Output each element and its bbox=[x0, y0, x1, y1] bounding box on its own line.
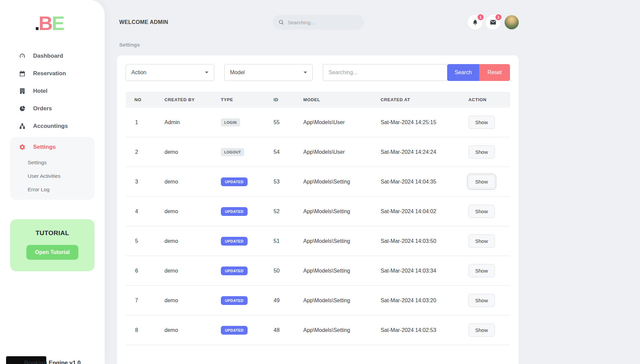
activity-table-body: 1AdminLOGIN55App\Models\UserSat-Mar-2024… bbox=[126, 108, 510, 345]
cell-created-by: demo bbox=[159, 315, 215, 345]
cell-type: UPDATED bbox=[215, 226, 268, 256]
cell-model: App\Models\Setting bbox=[298, 315, 375, 345]
filter-search-input[interactable] bbox=[323, 64, 447, 81]
column-header-id: ID bbox=[268, 92, 298, 108]
show-button[interactable]: Show bbox=[468, 264, 495, 277]
column-header-created-at: CREATED AT bbox=[375, 92, 463, 108]
filter-search-group: Search Reset bbox=[323, 64, 510, 81]
cell-no: 5 bbox=[126, 226, 159, 256]
cell-no: 4 bbox=[126, 197, 159, 226]
sidebar-subitem-user-activities[interactable]: User Activities bbox=[10, 169, 95, 183]
cell-created-by: demo bbox=[159, 286, 215, 315]
action-select-value: Action bbox=[131, 69, 146, 76]
open-tutorial-button[interactable]: Open Tutorial bbox=[26, 245, 79, 260]
sitemap-icon bbox=[19, 123, 26, 130]
cell-created-at: Sat-Mar-2024 14:25:15 bbox=[375, 108, 463, 137]
settings-group: Settings Settings User Activities Error … bbox=[10, 137, 95, 200]
notifications-button[interactable]: 1 bbox=[468, 15, 483, 30]
sidebar-item-reservation[interactable]: Reservation bbox=[0, 65, 105, 82]
show-button[interactable]: Show bbox=[468, 205, 495, 218]
cell-id: 50 bbox=[268, 256, 298, 286]
messages-button[interactable]: 1 bbox=[486, 15, 501, 30]
cell-id: 51 bbox=[268, 226, 298, 256]
global-search-input[interactable] bbox=[288, 20, 359, 25]
filter-bar: Action Model Search Reset bbox=[126, 64, 510, 81]
breadcrumb: Settings bbox=[117, 42, 519, 48]
cell-id: 55 bbox=[268, 108, 298, 137]
cell-no: 2 bbox=[126, 137, 159, 167]
reset-button[interactable]: Reset bbox=[479, 64, 510, 81]
cell-type: UPDATED bbox=[215, 315, 268, 345]
table-row: 6demoUPDATED50App\Models\SettingSat-Mar-… bbox=[126, 256, 510, 286]
activity-card: Action Model Search Reset NO CREATE bbox=[117, 55, 519, 364]
sidebar-item-settings[interactable]: Settings bbox=[10, 138, 95, 156]
sidebar-item-label: Orders bbox=[33, 105, 52, 112]
cell-no: 7 bbox=[126, 286, 159, 315]
envelope-icon bbox=[490, 19, 496, 26]
cell-type: UPDATED bbox=[215, 286, 268, 315]
sidebar-item-orders[interactable]: Orders bbox=[0, 100, 105, 117]
message-count-badge: 1 bbox=[495, 13, 502, 21]
type-badge: UPDATED bbox=[221, 267, 248, 275]
tutorial-title: TUTORIAL bbox=[17, 229, 88, 237]
gauge-icon bbox=[19, 53, 26, 59]
show-button[interactable]: Show bbox=[468, 145, 495, 159]
sidebar-nav: Dashboard Reservation Hotel Orders Accou… bbox=[0, 47, 105, 200]
type-badge: LOGOUT bbox=[221, 148, 244, 156]
show-button[interactable]: Show bbox=[468, 234, 495, 248]
model-select-value: Model bbox=[230, 69, 245, 76]
table-row: 1AdminLOGIN55App\Models\UserSat-Mar-2024… bbox=[126, 108, 510, 137]
gear-icon bbox=[19, 144, 26, 150]
column-header-created-by: CREATED BY bbox=[159, 92, 215, 108]
search-button[interactable]: Search bbox=[447, 64, 479, 81]
sidebar: .BE Dashboard Reservation Hotel Orders bbox=[0, 0, 105, 364]
user-avatar[interactable] bbox=[505, 15, 519, 29]
cell-model: App\Models\User bbox=[298, 108, 375, 137]
sidebar-item-accountings[interactable]: Accountings bbox=[0, 117, 105, 135]
show-button[interactable]: Show bbox=[468, 116, 495, 129]
app-logo[interactable]: .BE bbox=[34, 13, 105, 33]
top-header: WELCOME ADMIN 1 1 bbox=[117, 14, 519, 30]
sidebar-subitem-settings[interactable]: Settings bbox=[10, 156, 95, 169]
sidebar-item-dashboard[interactable]: Dashboard bbox=[0, 47, 105, 65]
sidebar-subitem-error-log[interactable]: Error Log bbox=[10, 183, 95, 196]
cell-id: 52 bbox=[268, 197, 298, 226]
sidebar-item-label: Settings bbox=[33, 144, 56, 150]
welcome-text: WELCOME ADMIN bbox=[117, 19, 168, 25]
action-select[interactable]: Action bbox=[126, 64, 214, 81]
show-button[interactable]: Show bbox=[468, 324, 495, 337]
activity-table: NO CREATED BY TYPE ID MODEL CREATED AT A… bbox=[126, 92, 510, 345]
cell-type: UPDATED bbox=[215, 256, 268, 286]
bell-icon bbox=[472, 19, 479, 26]
cell-no: 3 bbox=[126, 167, 159, 197]
sidebar-item-hotel[interactable]: Hotel bbox=[0, 82, 105, 100]
type-badge: UPDATED bbox=[221, 207, 248, 216]
cell-action: Show bbox=[463, 226, 510, 256]
model-select[interactable]: Model bbox=[224, 64, 313, 81]
calendar-icon bbox=[19, 70, 26, 77]
pie-chart-icon bbox=[19, 105, 26, 112]
cell-id: 48 bbox=[268, 315, 298, 345]
show-button[interactable]: Show bbox=[468, 175, 495, 188]
column-header-type: TYPE bbox=[215, 92, 268, 108]
cell-created-by: demo bbox=[159, 226, 215, 256]
chevron-down-icon bbox=[205, 72, 208, 74]
type-badge: UPDATED bbox=[221, 296, 248, 305]
cell-action: Show bbox=[463, 256, 510, 286]
cell-created-by: Admin bbox=[159, 108, 215, 137]
cell-model: App\Models\Setting bbox=[298, 286, 375, 315]
cell-created-at: Sat-Mar-2024 14:24:24 bbox=[375, 137, 463, 167]
cell-created-at: Sat-Mar-2024 14:03:34 bbox=[375, 256, 463, 286]
cell-created-at: Sat-Mar-2024 14:03:20 bbox=[375, 286, 463, 315]
header-icons: 1 1 bbox=[468, 15, 519, 30]
table-header: NO CREATED BY TYPE ID MODEL CREATED AT A… bbox=[126, 92, 510, 108]
logo-letter-b: B bbox=[39, 13, 53, 33]
table-row: 8demoUPDATED48App\Models\SettingSat-Mar-… bbox=[126, 315, 510, 345]
sidebar-item-label: Dashboard bbox=[33, 53, 63, 59]
show-button[interactable]: Show bbox=[468, 294, 495, 307]
cell-no: 8 bbox=[126, 315, 159, 345]
table-row: 7demoUPDATED49App\Models\SettingSat-Mar-… bbox=[126, 286, 510, 315]
global-search bbox=[273, 15, 364, 30]
sidebar-item-label: Reservation bbox=[33, 70, 66, 77]
table-row: 4demoUPDATED52App\Models\SettingSat-Mar-… bbox=[126, 197, 510, 226]
